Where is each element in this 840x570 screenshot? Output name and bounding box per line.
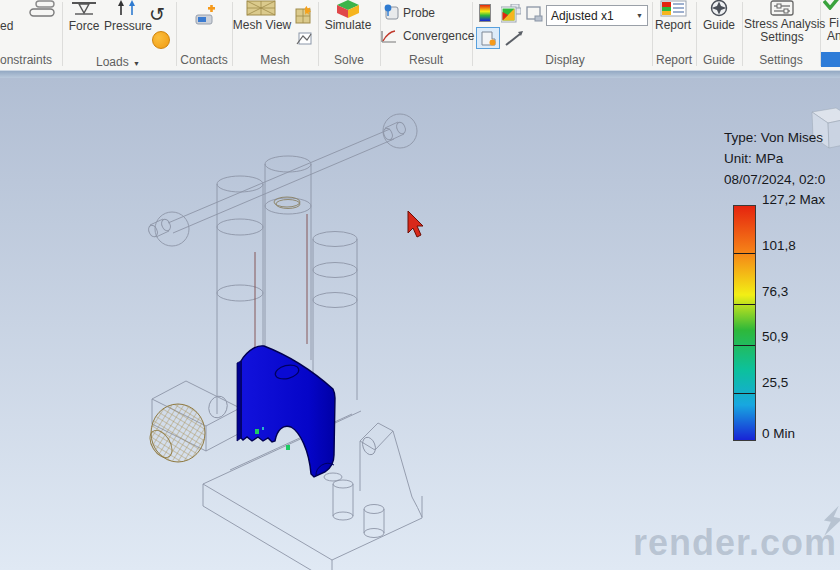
stress-analysis-settings-button[interactable]: Stress Analysis Settings xyxy=(744,0,820,48)
cursor-icon xyxy=(408,211,423,237)
legend-unit-line: Unit: MPa xyxy=(724,151,783,166)
legend-label-max: 127,2 Max xyxy=(762,192,825,207)
settings-button-label-line2: Settings xyxy=(744,30,820,44)
boundary-display-icon xyxy=(480,30,497,47)
mesh-view-icon xyxy=(246,0,276,16)
constraint-icon xyxy=(26,0,60,18)
simulate-button-label: Simulate xyxy=(320,18,376,32)
finish-analysis-button[interactable]: Fi An xyxy=(826,15,840,45)
mesh-view-button[interactable]: Mesh View xyxy=(232,0,292,50)
force-button-label: Force xyxy=(64,19,104,33)
probe-button-label: Probe xyxy=(403,6,435,20)
legend-label-min: 0 Min xyxy=(762,426,795,441)
solve-group-label[interactable]: Solve xyxy=(318,53,380,67)
stress-colored-part xyxy=(237,346,335,477)
simulate-icon xyxy=(334,0,362,18)
loads-group-dropdown[interactable]: Loads ▼ xyxy=(80,52,156,70)
local-mesh-control-icon[interactable] xyxy=(295,6,315,25)
caret-down-icon: ▼ xyxy=(133,60,140,67)
adjust-probe-icon[interactable] xyxy=(504,30,524,48)
contour-display-icon[interactable] xyxy=(501,4,521,23)
gravity-apple-icon[interactable] xyxy=(152,31,170,49)
finish-button-label-line1: Fi xyxy=(829,16,839,30)
meshed-part xyxy=(145,404,205,462)
color-bar-tick xyxy=(734,345,755,346)
finish-analysis-icon xyxy=(823,0,840,10)
stress-color-bar xyxy=(733,205,756,441)
guide-group-label[interactable]: Guide xyxy=(696,53,742,67)
result-group-label[interactable]: Result xyxy=(380,53,472,67)
displacement-scale-dropdown[interactable]: Adjusted x1 ▼ xyxy=(546,5,648,26)
mesh-view-button-label: Mesh View xyxy=(228,18,296,32)
convergence-button[interactable]: Convergence xyxy=(380,28,472,45)
report-group-label[interactable]: Report xyxy=(652,53,696,67)
settings-group-label[interactable]: Settings xyxy=(742,53,820,67)
settings-sliders-icon xyxy=(770,0,794,16)
ribbon-bottom-strip xyxy=(0,70,840,78)
viewport-3d-model xyxy=(0,78,840,570)
wireframe-assembly xyxy=(147,114,422,570)
wireframe-olive-lines xyxy=(274,197,300,209)
force-icon xyxy=(71,0,97,16)
probe-button[interactable]: Probe xyxy=(380,4,472,23)
pressure-button-label: Pressure xyxy=(104,19,150,33)
constraints-group-label[interactable]: onstraints xyxy=(0,53,52,67)
same-scale-icon[interactable] xyxy=(526,6,543,22)
pressure-button[interactable]: Pressure xyxy=(104,0,150,50)
stress-hotspot xyxy=(262,427,264,430)
contacts-group-label[interactable]: Contacts xyxy=(176,53,232,67)
finish-button-label-line2: An xyxy=(827,29,840,43)
display-group-label[interactable]: Display xyxy=(520,53,610,67)
legend-label: 76,3 xyxy=(762,284,788,299)
stress-hotspot xyxy=(255,429,259,434)
simulate-button[interactable]: Simulate xyxy=(320,0,376,50)
report-button[interactable]: Report xyxy=(650,0,696,50)
mesh-settings-icon[interactable] xyxy=(296,31,313,46)
legend-label: 101,8 xyxy=(762,238,796,253)
legend-label: 50,9 xyxy=(762,329,788,344)
caret-down-icon: ▼ xyxy=(636,12,643,19)
contacts-icon[interactable] xyxy=(194,5,218,27)
watermark-text: render.com xyxy=(633,522,837,564)
group-separator xyxy=(62,2,63,66)
guide-button[interactable]: Guide xyxy=(696,0,742,50)
stress-hotspot xyxy=(286,445,290,450)
finish-panel-highlight xyxy=(821,52,840,67)
lightning-bolt-icon xyxy=(822,505,840,537)
color-bar-tick xyxy=(734,393,755,394)
boundary-display-toggle-selected[interactable] xyxy=(476,27,500,49)
color-bar-display-icon[interactable] xyxy=(479,4,491,22)
mesh-group-label[interactable]: Mesh xyxy=(232,53,318,67)
legend-date-line: 08/07/2024, 02:0 xyxy=(724,172,825,187)
legend-type-line: Type: Von Mises xyxy=(724,130,823,145)
convergence-button-label: Convergence xyxy=(403,29,474,43)
loads-group-label: Loads xyxy=(96,55,129,69)
report-icon xyxy=(660,0,687,17)
force-button[interactable]: Force xyxy=(64,0,104,50)
fixed-constraint-button[interactable]: ed xyxy=(0,19,13,33)
pressure-icon xyxy=(115,0,139,16)
moment-icon[interactable]: ↺ xyxy=(149,3,165,26)
color-bar-tick xyxy=(734,253,755,254)
color-bar-tick xyxy=(734,304,755,305)
guide-compass-icon xyxy=(709,0,729,17)
app-window: { "ribbon": { "constraints": { "button_p… xyxy=(0,0,840,570)
legend-label: 25,5 xyxy=(762,375,788,390)
guide-button-label: Guide xyxy=(696,18,742,32)
displacement-scale-value: Adjusted x1 xyxy=(551,9,636,23)
convergence-icon xyxy=(381,29,397,43)
settings-button-label-line1: Stress Analysis xyxy=(744,17,820,31)
report-button-label: Report xyxy=(650,18,696,32)
viewport-3d[interactable] xyxy=(0,78,840,570)
ribbon: ed onstraints Force Pressure ↺ Loads ▼ C… xyxy=(0,0,840,70)
probe-icon xyxy=(383,4,400,21)
